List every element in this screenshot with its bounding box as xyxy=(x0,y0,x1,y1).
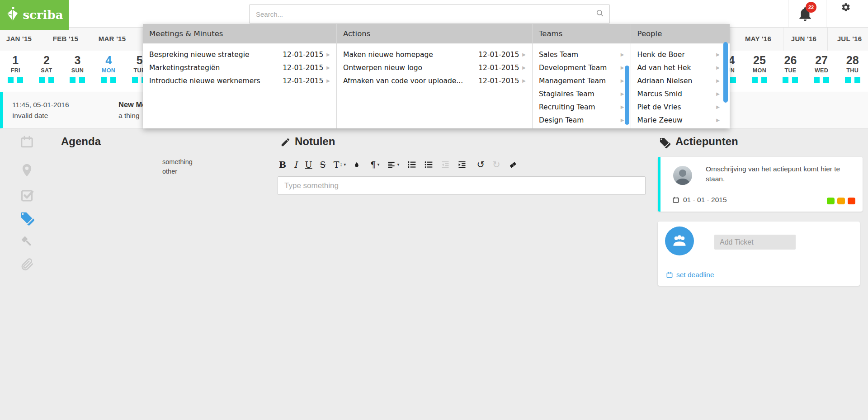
menu-item-label: Design Team xyxy=(539,116,621,124)
menu-item[interactable]: Recruiting Team▶ xyxy=(533,100,631,113)
chevron-right-icon: ▶ xyxy=(716,65,720,70)
header-divider xyxy=(826,0,826,27)
indent-button[interactable] xyxy=(458,160,467,169)
italic-button[interactable]: I xyxy=(294,158,297,171)
outdent-button[interactable] xyxy=(441,160,450,169)
menu-item-label: Ad van het Hek xyxy=(637,64,717,72)
menu-item[interactable]: Piet de Vries▶ xyxy=(631,100,730,113)
menu-column-title: Meetings & Minutes xyxy=(143,24,336,43)
sidebar-item-calendar-icon[interactable] xyxy=(19,135,34,150)
mega-menu: Meetings & Minutes Bespreking nieuwe str… xyxy=(143,24,730,128)
menu-item-label: Management Team xyxy=(539,77,621,85)
calendar-day[interactable]: 1 FRI xyxy=(0,51,31,83)
avatar xyxy=(673,166,692,185)
month-label: FEB '15 xyxy=(53,35,79,42)
menu-item-label: Marcus Smid xyxy=(637,90,717,98)
menu-item[interactable]: Development Team▶ xyxy=(533,61,631,74)
caret-down-icon: ▾ xyxy=(377,158,379,171)
calendar-small-icon xyxy=(666,271,673,278)
event-title: New Me xyxy=(118,100,146,109)
calendar-day-selected[interactable]: 4 MON xyxy=(93,51,124,83)
settings-gear-icon[interactable] xyxy=(841,2,851,14)
menu-item[interactable]: Marketingstrategiën 12-01-2015 ▶ xyxy=(143,61,336,74)
set-deadline-link[interactable]: set deadline xyxy=(666,271,714,279)
chevron-right-icon: ▶ xyxy=(326,52,330,57)
app-logo[interactable]: scriba xyxy=(0,0,69,30)
menu-item[interactable]: Design Team▶ xyxy=(533,113,631,127)
sidebar-item-gavel-icon[interactable] xyxy=(19,234,34,249)
status-red-square[interactable] xyxy=(848,198,855,204)
status-green-square[interactable] xyxy=(827,198,835,204)
calendar-day[interactable]: 28 THU xyxy=(837,51,868,83)
chevron-right-icon: ▶ xyxy=(522,65,526,70)
chevron-right-icon: ▶ xyxy=(522,78,526,83)
underline-button[interactable]: U xyxy=(305,158,312,171)
action-item-card[interactable]: Omschrijving van het actiepunt komt hier… xyxy=(658,157,863,212)
day-number: 1 xyxy=(0,54,31,66)
calendar-day[interactable]: 26 TUE xyxy=(775,51,806,83)
agenda-notes: something other xyxy=(162,157,193,176)
clear-formatting-button[interactable] xyxy=(508,160,518,169)
status-orange-square[interactable] xyxy=(837,198,845,204)
redo-button[interactable]: ↻ xyxy=(492,158,500,171)
day-number: 26 xyxy=(775,54,806,66)
chevron-right-icon: ▶ xyxy=(522,52,526,57)
paragraph-style-button[interactable]: ¶▾ xyxy=(370,158,379,171)
outdent-icon xyxy=(441,160,450,169)
menu-item[interactable]: Afmaken van code voor uploade... 12-01-2… xyxy=(337,74,532,87)
menu-item[interactable]: Introductie nieuwe werknemers 12-01-2015… xyxy=(143,74,336,87)
menu-item[interactable]: Adriaan Nielsen▶ xyxy=(631,74,730,87)
indent-icon xyxy=(458,160,467,169)
menu-item[interactable]: Marie Zeeuw▶ xyxy=(631,113,730,127)
day-number: 25 xyxy=(744,54,775,66)
event-marker xyxy=(783,77,788,83)
sidebar-item-location-pin-icon[interactable] xyxy=(19,163,34,178)
sidebar-item-tags-icon-active[interactable] xyxy=(19,211,34,226)
menu-item[interactable]: Henk de Boer▶ xyxy=(631,48,730,61)
sidebar-item-attachment-icon[interactable] xyxy=(19,257,34,272)
people-scrollbar[interactable] xyxy=(723,42,728,103)
align-button[interactable]: ▾ xyxy=(387,158,399,171)
event-marker xyxy=(132,77,138,83)
menu-item[interactable]: Ad van het Hek▶ xyxy=(631,61,730,74)
notes-editor-input[interactable] xyxy=(278,176,646,195)
menu-item[interactable]: Bespreking nieuwe strategie 12-01-2015 ▶ xyxy=(143,48,336,61)
menu-item[interactable]: Maken nieuwe homepage 12-01-2015 ▶ xyxy=(337,48,532,61)
bullet-list-button[interactable] xyxy=(424,160,433,169)
day-name: MON xyxy=(744,67,775,74)
chevron-right-icon: ▶ xyxy=(621,91,624,96)
text-color-button[interactable] xyxy=(354,160,360,169)
month-label: MAY '16 xyxy=(745,35,771,42)
menu-column-body: Maken nieuwe homepage 12-01-2015 ▶ Ontwe… xyxy=(337,43,532,87)
strikethrough-button[interactable]: S xyxy=(320,158,326,171)
event-marker xyxy=(730,77,736,83)
ordered-list-button[interactable] xyxy=(407,160,416,169)
status-color-row xyxy=(827,198,855,204)
month-label: MAR '15 xyxy=(99,35,126,42)
eraser-icon xyxy=(508,160,518,169)
day-event-markers xyxy=(62,77,93,83)
calendar-day[interactable]: 25 MON xyxy=(744,51,775,83)
search-input[interactable] xyxy=(250,10,596,18)
top-header: 22 xyxy=(0,0,868,28)
calendar-day[interactable]: 27 WED xyxy=(806,51,837,83)
menu-column-title: Teams xyxy=(533,24,631,43)
teams-scrollbar[interactable] xyxy=(625,66,629,125)
menu-item[interactable]: Ontwerpen nieuw logo 12-01-2015 ▶ xyxy=(337,61,532,74)
menu-item[interactable]: Stagiaires Team▶ xyxy=(533,87,631,100)
sidebar-item-tasks-check-icon[interactable] xyxy=(19,188,34,203)
assignee-group-icon[interactable] xyxy=(665,227,694,255)
bold-button[interactable]: B xyxy=(279,158,286,171)
font-size-button[interactable]: T↕▾ xyxy=(334,158,346,171)
paragraph-glyph: ¶ xyxy=(370,158,376,171)
menu-item-date: 12-01-2015 xyxy=(283,51,323,59)
menu-item[interactable]: Marcus Smid▶ xyxy=(631,87,730,100)
undo-button[interactable]: ↺ xyxy=(477,158,485,171)
menu-item[interactable]: Management Team▶ xyxy=(533,74,631,87)
day-number: 28 xyxy=(837,54,868,66)
add-ticket-input[interactable] xyxy=(714,235,796,250)
calendar-day[interactable]: 2 SAT xyxy=(31,51,62,83)
menu-item[interactable]: Sales Team▶ xyxy=(533,48,631,61)
menu-item-date: 12-01-2015 xyxy=(283,77,323,85)
calendar-day[interactable]: 3 SUN xyxy=(62,51,93,83)
